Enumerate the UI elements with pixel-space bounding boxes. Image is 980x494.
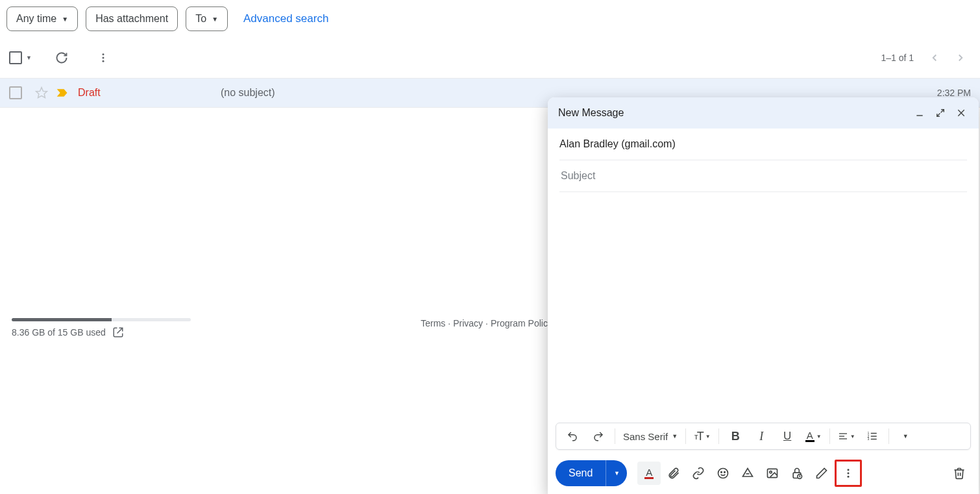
subject-field[interactable] xyxy=(559,160,967,192)
fullscreen-button[interactable] xyxy=(933,106,948,120)
font-size-button[interactable]: тT ▼ xyxy=(690,426,715,446)
svg-point-27 xyxy=(848,476,850,478)
bold-icon: B xyxy=(731,430,740,443)
next-page-button[interactable] xyxy=(950,47,971,68)
open-storage-button[interactable] xyxy=(112,327,124,338)
send-button-group: Send ▼ xyxy=(556,460,627,486)
filter-to-label: To xyxy=(195,13,206,25)
redo-button[interactable] xyxy=(586,426,611,446)
mail-time: 2:32 PM xyxy=(937,88,971,98)
attach-file-button[interactable] xyxy=(662,462,685,485)
confidential-mode-button[interactable] xyxy=(785,462,809,485)
refresh-button[interactable] xyxy=(50,46,73,69)
row-checkbox[interactable] xyxy=(9,86,22,99)
more-options-button[interactable] xyxy=(835,460,862,487)
important-button[interactable] xyxy=(56,88,69,98)
select-all-checkbox[interactable]: ▼ xyxy=(9,51,32,64)
caret-down-icon: ▼ xyxy=(212,16,218,23)
italic-icon: I xyxy=(759,430,763,443)
formatting-toggle-button[interactable]: A xyxy=(637,462,661,485)
list-button[interactable]: 123 xyxy=(860,426,885,446)
caret-down-icon: ▼ xyxy=(614,470,620,476)
open-external-icon xyxy=(112,327,124,338)
underline-icon: U xyxy=(783,430,791,443)
send-label: Send xyxy=(569,467,593,479)
minimize-icon xyxy=(915,108,924,117)
chevron-right-icon xyxy=(955,52,966,64)
bold-button[interactable]: B xyxy=(723,426,748,446)
filter-to[interactable]: To ▼ xyxy=(186,6,228,31)
svg-point-19 xyxy=(721,472,722,473)
more-button[interactable] xyxy=(92,46,115,69)
trash-icon xyxy=(953,467,966,480)
discard-draft-button[interactable] xyxy=(948,462,971,485)
italic-button[interactable]: I xyxy=(749,426,774,446)
close-button[interactable] xyxy=(954,106,968,120)
font-family-select[interactable]: Sans Serif ▼ xyxy=(619,431,681,442)
subject-input[interactable] xyxy=(559,169,967,182)
link-icon xyxy=(692,467,705,480)
align-left-icon xyxy=(838,431,848,441)
text-color-icon: A xyxy=(805,431,815,442)
storage-fill xyxy=(12,318,112,321)
caret-down-icon: ▼ xyxy=(26,55,32,61)
svg-point-26 xyxy=(848,473,850,475)
insert-link-button[interactable] xyxy=(687,462,710,485)
storage-block: 8.36 GB of 15 GB used xyxy=(12,318,191,338)
storage-bar xyxy=(12,318,191,321)
star-button[interactable] xyxy=(35,86,48,99)
more-formatting-button[interactable]: ▼ xyxy=(893,426,918,446)
insert-signature-button[interactable] xyxy=(810,462,833,485)
caret-down-icon: ▼ xyxy=(705,434,711,439)
filter-has-attachment-label: Has attachment xyxy=(95,13,168,25)
filter-has-attachment[interactable]: Has attachment xyxy=(86,6,178,31)
svg-point-0 xyxy=(102,53,104,55)
caret-down-icon: ▼ xyxy=(850,434,855,439)
caret-down-icon: ▼ xyxy=(672,433,678,439)
svg-point-18 xyxy=(718,469,728,478)
refresh-icon xyxy=(55,51,68,64)
drive-icon xyxy=(741,467,754,480)
compose-header: New Message xyxy=(548,97,979,129)
numbered-list-icon: 123 xyxy=(866,430,878,442)
storage-text: 8.36 GB of 15 GB used xyxy=(12,327,106,338)
expand-icon xyxy=(936,108,945,117)
svg-text:3: 3 xyxy=(868,437,870,441)
send-options-button[interactable]: ▼ xyxy=(606,460,627,486)
insert-drive-button[interactable] xyxy=(736,462,759,485)
star-icon xyxy=(35,86,48,99)
font-family-label: Sans Serif xyxy=(623,431,668,442)
prev-page-button[interactable] xyxy=(924,47,945,68)
terms-link[interactable]: Terms xyxy=(421,318,445,328)
mail-sender: Draft xyxy=(78,87,221,99)
compose-body[interactable] xyxy=(548,192,979,423)
emoji-icon xyxy=(717,467,729,480)
lock-clock-icon xyxy=(790,467,803,480)
insert-photo-button[interactable] xyxy=(761,462,784,485)
svg-marker-3 xyxy=(36,88,47,98)
undo-icon xyxy=(567,430,578,442)
compose-window: New Message Alan Bradley (gmail.com) xyxy=(548,97,979,494)
svg-point-25 xyxy=(848,469,850,471)
advanced-search-link[interactable]: Advanced search xyxy=(243,12,328,25)
recipient-chip: Alan Bradley (gmail.com) xyxy=(559,138,676,150)
formatting-toolbar: Sans Serif ▼ тT ▼ B I U A ▼ ▼ 123 ▼ xyxy=(556,423,971,450)
more-vertical-icon xyxy=(97,52,109,64)
recipients-field[interactable]: Alan Bradley (gmail.com) xyxy=(559,129,967,160)
svg-point-1 xyxy=(102,57,104,59)
text-format-icon: A xyxy=(644,468,654,479)
undo-button[interactable] xyxy=(560,426,585,446)
align-button[interactable]: ▼ xyxy=(834,426,859,446)
insert-emoji-button[interactable] xyxy=(711,462,735,485)
send-button[interactable]: Send xyxy=(556,460,606,486)
filter-bar: Any time ▼ Has attachment To ▼ Advanced … xyxy=(0,0,980,38)
text-color-button[interactable]: A ▼ xyxy=(801,426,826,446)
svg-point-2 xyxy=(102,60,104,62)
privacy-link[interactable]: Privacy xyxy=(453,318,483,328)
minimize-button[interactable] xyxy=(913,106,927,120)
chevron-left-icon xyxy=(929,52,940,64)
underline-button[interactable]: U xyxy=(775,426,800,446)
close-icon xyxy=(957,108,966,117)
checkbox-icon xyxy=(9,51,22,64)
filter-any-time[interactable]: Any time ▼ xyxy=(6,6,78,31)
